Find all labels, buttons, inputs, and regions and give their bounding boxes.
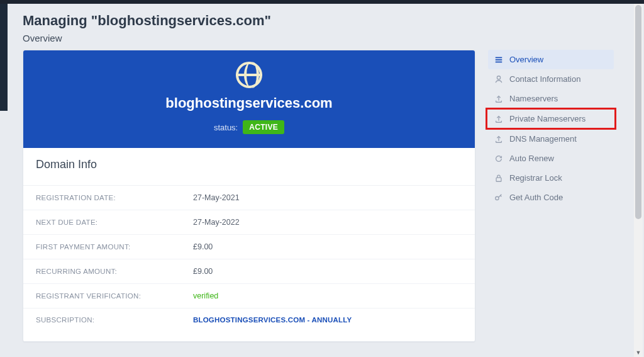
- sidebar-item-registrar-lock[interactable]: Registrar Lock: [488, 168, 614, 188]
- upload-icon: [494, 94, 503, 103]
- sidebar: OverviewContact InformationNameserversPr…: [488, 50, 614, 207]
- info-row: REGISTRANT VERIFICATION:verified: [23, 284, 475, 309]
- info-row: RECURRING AMOUNT:£9.00: [23, 259, 475, 284]
- lock-icon: [494, 174, 503, 183]
- status-row: status: ACTIVE: [30, 120, 469, 134]
- upload-icon: [494, 115, 503, 123]
- sidebar-item-label: Private Nameservers: [509, 114, 586, 123]
- refresh-icon: [494, 154, 503, 163]
- info-row: REGISTRATION DATE:27-May-2021: [23, 186, 475, 210]
- left-nav-sliver: [0, 4, 8, 111]
- info-value-verified: verified: [193, 292, 218, 300]
- user-icon: [494, 75, 503, 84]
- info-label: REGISTRANT VERIFICATION:: [36, 292, 193, 300]
- sidebar-item-private-nameservers[interactable]: Private Nameservers: [486, 108, 616, 130]
- sidebar-item-get-auth-code[interactable]: Get Auth Code: [488, 188, 614, 207]
- sidebar-item-auto-renew[interactable]: Auto Renew: [488, 149, 614, 168]
- info-label: NEXT DUE DATE:: [36, 218, 193, 226]
- key-icon: [494, 193, 503, 202]
- scrollbar-thumb[interactable]: [635, 5, 641, 219]
- svg-point-3: [497, 76, 500, 79]
- domain-card: bloghostingservices.com status: ACTIVE D…: [23, 50, 475, 342]
- info-value: 27-May-2021: [193, 193, 240, 202]
- sidebar-item-label: Get Auth Code: [509, 193, 563, 202]
- globe-icon: [236, 62, 262, 88]
- scrollbar-down-arrow[interactable]: ▼: [634, 348, 643, 357]
- info-label: FIRST PAYMENT AMOUNT:: [36, 243, 193, 251]
- banner-domain-name: bloghostingservices.com: [30, 95, 469, 111]
- info-row: FIRST PAYMENT AMOUNT:£9.00: [23, 235, 475, 259]
- info-row: SUBSCRIPTION:BLOGHOSTINGSERVICES.COM - A…: [23, 309, 475, 341]
- sidebar-item-dns-management[interactable]: DNS Management: [488, 129, 614, 149]
- scrollbar[interactable]: ▲ ▼: [634, 4, 643, 357]
- status-badge: ACTIVE: [243, 120, 284, 134]
- info-label: REGISTRATION DATE:: [36, 194, 193, 201]
- sidebar-item-contact-information[interactable]: Contact Information: [488, 69, 614, 89]
- sidebar-item-label: Registrar Lock: [509, 173, 562, 183]
- sidebar-item-label: Overview: [509, 55, 543, 64]
- section-title-domain-info: Domain Info: [23, 148, 475, 186]
- domain-info-table: REGISTRATION DATE:27-May-2021NEXT DUE DA…: [23, 186, 475, 341]
- subscription-link[interactable]: BLOGHOSTINGSERVICES.COM - ANNUALLY: [193, 316, 352, 324]
- sidebar-item-label: DNS Management: [509, 134, 577, 144]
- info-value: £9.00: [193, 242, 213, 251]
- page-title: Managing "bloghostingservices.com": [23, 4, 614, 33]
- svg-rect-4: [496, 178, 501, 181]
- status-label: status:: [214, 123, 238, 132]
- sidebar-item-nameservers[interactable]: Nameservers: [488, 89, 614, 108]
- info-label: SUBSCRIPTION:: [36, 316, 193, 324]
- sidebar-item-label: Auto Renew: [509, 154, 554, 163]
- info-value: 27-May-2022: [193, 218, 240, 227]
- list-icon: [494, 55, 503, 64]
- info-label: RECURRING AMOUNT:: [36, 268, 193, 275]
- info-row: NEXT DUE DATE:27-May-2022: [23, 210, 475, 235]
- upload-icon: [494, 135, 503, 144]
- domain-banner: bloghostingservices.com status: ACTIVE: [23, 50, 475, 148]
- info-value: £9.00: [193, 267, 213, 276]
- sidebar-item-label: Nameservers: [509, 94, 558, 103]
- sidebar-item-label: Contact Information: [509, 74, 580, 84]
- page-subhead: Overview: [23, 33, 614, 50]
- sidebar-item-overview[interactable]: Overview: [488, 50, 614, 69]
